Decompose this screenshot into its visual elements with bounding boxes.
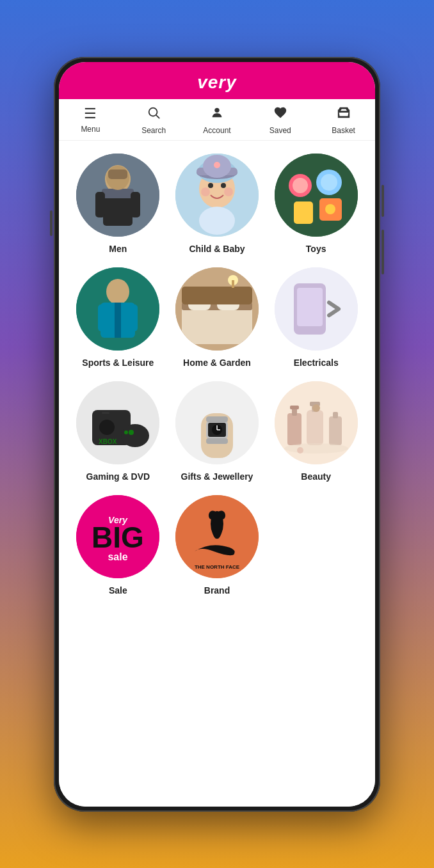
brand-label: Brand [204,585,230,596]
men-label: Men [109,243,127,255]
category-men-image [76,154,159,237]
account-label: Account [203,126,230,135]
svg-rect-75 [329,416,342,445]
svg-rect-37 [125,304,138,331]
svg-point-21 [224,187,233,196]
nav-search[interactable]: Search [134,106,173,135]
svg-point-58 [124,430,128,434]
category-beauty[interactable]: Beauty [269,381,362,482]
menu-label: Menu [81,125,100,134]
category-child-image [175,154,259,237]
sports-label: Sports & Leisure [82,357,154,368]
svg-point-27 [321,174,337,191]
svg-point-2 [214,107,219,112]
category-toys-image [275,154,358,237]
main-content: Men [59,141,375,807]
category-home[interactable]: Home & Garden [171,267,264,368]
svg-rect-40 [182,306,252,344]
svg-point-22 [199,207,235,235]
svg-point-54 [121,424,149,447]
category-gifts[interactable]: Gifts & Jewellery [171,381,264,482]
power-button [382,185,384,217]
svg-point-79 [297,447,303,454]
svg-rect-66 [206,416,228,422]
menu-icon: ☰ [84,106,97,122]
svg-point-52 [99,420,115,435]
volume-button [382,230,384,274]
category-gifts-image [175,381,259,464]
category-child-baby[interactable]: Child & Baby [171,154,264,255]
category-gaming-image: XBOX [76,381,159,464]
category-brand-image:  THE NORTH FACE [175,495,259,578]
svg-text:BIG: BIG [92,521,144,554]
electricals-label: Electricals [294,357,339,368]
svg-rect-53 [102,412,109,414]
svg-rect-76 [333,412,338,418]
nav-menu[interactable]: ☰ Menu [71,106,109,135]
nav-saved[interactable]: Saved [261,106,300,135]
nav-account[interactable]: Account [198,106,236,135]
category-electricals[interactable]: Electricals [269,267,362,368]
svg-point-30 [325,204,335,214]
toys-label: Toys [306,243,326,255]
gifts-label: Gifts & Jewellery [181,471,253,482]
vol-left-button [50,210,52,236]
svg-point-19 [214,162,220,168]
svg-rect-10 [108,170,127,179]
svg-text:XBOX: XBOX [99,438,117,445]
category-toys[interactable]: Toys [269,154,362,255]
svg-point-56 [130,431,133,434]
category-gaming[interactable]: XBOX Gaming & DVD [72,381,165,482]
saved-label: Saved [269,126,291,135]
category-men[interactable]: Men [72,154,165,255]
svg-point-34 [106,279,129,304]
svg-point-0 [149,107,157,116]
svg-rect-49 [297,288,323,326]
svg-text:sale: sale [108,551,128,562]
svg-rect-6 [102,189,134,198]
sale-label: Sale [109,585,127,596]
search-icon [147,106,161,123]
svg-rect-67 [206,438,228,444]
svg-rect-38 [115,303,121,338]
basket-label: Basket [332,126,355,135]
nav-bar: ☰ Menu Search Account [59,99,375,141]
category-beauty-image [275,381,358,464]
nav-basket[interactable]: Basket [325,106,363,135]
child-baby-label: Child & Baby [189,243,245,255]
svg-point-13 [208,183,213,188]
svg-text:THE NORTH FACE: THE NORTH FACE [195,564,240,570]
category-grid: Men [72,154,362,597]
svg-rect-71 [290,406,299,409]
category-brand[interactable]:  THE NORTH FACE Brand [171,495,264,596]
app-logo: very [59,72,375,93]
svg-rect-44 [182,287,252,304]
app-header: very [59,62,375,99]
gaming-label: Gaming & DVD [86,471,150,482]
svg-point-20 [201,187,210,196]
phone-screen: very ☰ Menu Search [59,62,375,807]
basket-icon [337,106,351,123]
svg-point-14 [221,183,226,188]
svg-point-25 [293,178,308,193]
home-label: Home & Garden [183,357,251,368]
category-sports[interactable]: Sports & Leisure [72,267,165,368]
category-sale-image: Very BIG sale [76,495,159,578]
svg-rect-28 [294,201,313,224]
svg-rect-8 [131,192,140,217]
category-sports-image [76,267,159,351]
svg-rect-69 [287,413,301,445]
category-electricals-image [275,267,358,351]
svg-rect-36 [98,304,111,331]
category-sale[interactable]: Very BIG sale Sale [72,495,165,596]
svg-rect-23 [275,154,358,237]
svg-point-77 [284,443,348,454]
svg-line-1 [156,115,159,118]
svg-rect-72 [307,410,323,445]
beauty-label: Beauty [301,471,331,482]
saved-icon [273,106,287,123]
account-icon [210,106,224,123]
svg-point-78 [312,404,320,412]
category-home-image [175,267,259,351]
phone-frame: very ☰ Menu Search [54,57,380,812]
